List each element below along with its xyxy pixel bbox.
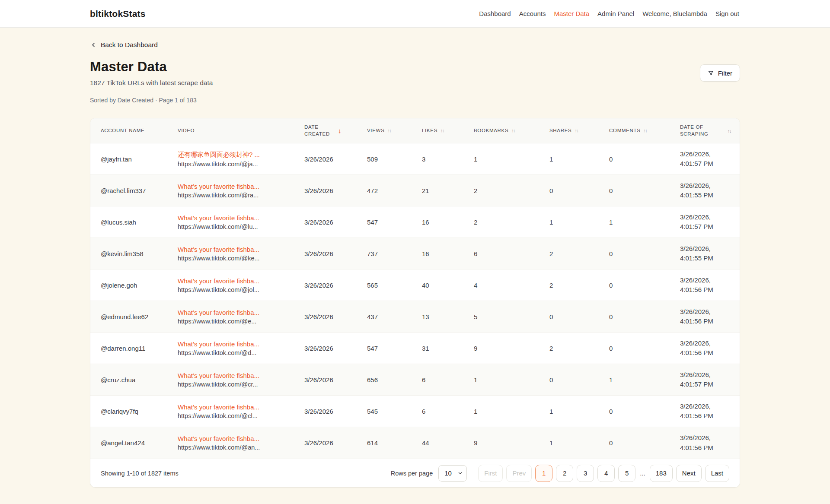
chevron-left-icon — [90, 41, 97, 48]
shares-value: 2 — [549, 282, 553, 289]
page-button-next[interactable]: Next — [676, 465, 702, 482]
views-value: 547 — [367, 219, 378, 226]
shares-value: 1 — [549, 408, 553, 415]
views-value: 656 — [367, 376, 378, 384]
page-title: Master Data — [90, 59, 213, 75]
pagination-controls: FirstPrev12345...183NextLast — [478, 465, 729, 482]
comments-value: 0 — [609, 250, 613, 257]
column-header-date-created[interactable]: DATE CREATED ↓ — [304, 124, 367, 137]
table-row: @lucus.siah What’s your favorite fishba.… — [90, 206, 740, 238]
page-button-1[interactable]: 1 — [535, 465, 552, 482]
views-value: 545 — [367, 408, 378, 415]
nav-item-master-data[interactable]: Master Data — [554, 10, 589, 17]
date-created-value: 3/26/2026 — [304, 250, 333, 257]
column-header-likes[interactable]: LIKES ↑↓ — [422, 127, 474, 134]
date-created-value: 3/26/2026 — [304, 345, 333, 352]
comments-value: 0 — [609, 439, 613, 447]
date-of-scraping-value: 3/26/2026, 4:01:56 PM — [680, 339, 713, 357]
page-button-first: First — [478, 465, 503, 482]
column-header-date-of-scraping[interactable]: DATE OF SCRAPING ↑↓ — [680, 124, 740, 137]
views-value: 565 — [367, 282, 378, 289]
bookmarks-value: 1 — [474, 155, 477, 163]
date-of-scraping-value: 3/26/2026, 4:01:55 PM — [680, 182, 713, 199]
views-value: 509 — [367, 155, 378, 163]
rows-per-page-select[interactable]: 10 — [438, 465, 467, 482]
page-subtitle: 1827 TikTok URLs with latest scrape data — [90, 79, 213, 87]
page-button-4[interactable]: 4 — [597, 465, 615, 482]
bookmarks-value: 1 — [474, 408, 477, 415]
nav-item-dashboard[interactable]: Dashboard — [479, 10, 511, 17]
nav-item-sign-out[interactable]: Sign out — [715, 10, 739, 17]
bookmarks-value: 2 — [474, 219, 477, 226]
comments-value: 0 — [609, 313, 613, 320]
shares-value: 1 — [549, 439, 553, 447]
top-navbar: bltiktokStats DashboardAccountsMaster Da… — [0, 0, 830, 28]
video-title-link[interactable]: What’s your favorite fishba... — [178, 214, 299, 222]
video-url: https://www.tiktok.com/@ja... — [178, 161, 299, 168]
page-button-2[interactable]: 2 — [556, 465, 573, 482]
account-name: @edmund.lee62 — [101, 313, 148, 320]
back-to-dashboard-link[interactable]: Back to Dashboard — [90, 41, 158, 49]
video-title-link[interactable]: What’s your favorite fishba... — [178, 246, 299, 253]
table-body: @jayfri.tan 还有哪家鱼圆面必须封神? ... https://www… — [90, 143, 740, 459]
video-title-link[interactable]: What’s your favorite fishba... — [178, 340, 299, 348]
video-title-link[interactable]: What’s your favorite fishba... — [178, 277, 299, 285]
date-of-scraping-value: 3/26/2026, 4:01:57 PM — [680, 371, 713, 388]
account-name: @lucus.siah — [101, 219, 136, 226]
table-row: @darren.ong11 What’s your favorite fishb… — [90, 333, 740, 364]
likes-value: 13 — [422, 313, 429, 320]
date-of-scraping-value: 3/26/2026, 4:01:56 PM — [680, 403, 713, 420]
date-created-value: 3/26/2026 — [304, 282, 333, 289]
video-title-link[interactable]: What’s your favorite fishba... — [178, 183, 299, 190]
date-of-scraping-value: 3/26/2026, 4:01:55 PM — [680, 245, 713, 262]
page-button-3[interactable]: 3 — [577, 465, 594, 482]
shares-value: 0 — [549, 376, 553, 384]
sort-updown-icon: ↑↓ — [728, 128, 731, 133]
views-value: 737 — [367, 250, 378, 257]
nav-item-admin-panel[interactable]: Admin Panel — [597, 10, 634, 17]
nav-links: DashboardAccountsMaster DataAdmin PanelW… — [479, 10, 739, 17]
video-title-link[interactable]: What’s your favorite fishba... — [178, 435, 299, 442]
account-name: @cruz.chua — [101, 376, 135, 384]
video-title-link[interactable]: What’s your favorite fishba... — [178, 403, 299, 411]
likes-value: 3 — [422, 155, 425, 163]
column-header-shares[interactable]: SHARES ↑↓ — [549, 127, 609, 134]
shares-value: 1 — [549, 155, 553, 163]
nav-item-accounts[interactable]: Accounts — [519, 10, 546, 17]
rows-per-page-dropdown[interactable]: 10 — [439, 466, 466, 481]
video-url: https://www.tiktok.com/@lu... — [178, 223, 299, 230]
shares-value: 2 — [549, 250, 553, 257]
column-header-views[interactable]: VIEWS ↑↓ — [367, 127, 422, 134]
shares-value: 0 — [549, 187, 553, 194]
filter-button[interactable]: Filter — [700, 64, 740, 82]
column-header-video: VIDEO — [178, 127, 304, 134]
table-row: @rachel.lim337 What’s your favorite fish… — [90, 175, 740, 206]
page-button-183[interactable]: 183 — [650, 465, 673, 482]
date-created-value: 3/26/2026 — [304, 219, 333, 226]
page-button-last[interactable]: Last — [705, 465, 729, 482]
date-created-value: 3/26/2026 — [304, 155, 333, 163]
video-title-link[interactable]: 还有哪家鱼圆面必须封神? ... — [178, 151, 299, 159]
video-url: https://www.tiktok.com/@cl... — [178, 412, 299, 419]
likes-value: 16 — [422, 219, 429, 226]
video-title-link[interactable]: What’s your favorite fishba... — [178, 372, 299, 379]
bookmarks-value: 5 — [474, 313, 477, 320]
bookmarks-value: 9 — [474, 439, 477, 447]
likes-value: 44 — [422, 439, 429, 447]
page-button-5[interactable]: 5 — [618, 465, 635, 482]
table-row: @angel.tan424 What’s your favorite fishb… — [90, 427, 740, 459]
shares-value: 0 — [549, 313, 553, 320]
bookmarks-value: 9 — [474, 345, 477, 352]
date-of-scraping-value: 3/26/2026, 4:01:56 PM — [680, 434, 713, 451]
sort-updown-icon: ↑↓ — [644, 128, 647, 133]
video-url: https://www.tiktok.com/@ra... — [178, 192, 299, 199]
video-title-link[interactable]: What’s your favorite fishba... — [178, 309, 299, 316]
comments-value: 0 — [609, 155, 613, 163]
sort-desc-arrow-icon: ↓ — [338, 127, 342, 134]
table-row: @jayfri.tan 还有哪家鱼圆面必须封神? ... https://www… — [90, 143, 740, 175]
column-header-comments[interactable]: COMMENTS ↑↓ — [609, 127, 680, 134]
table-header-row: ACCOUNT NAME VIDEO DATE CREATED ↓ VIEWS … — [90, 118, 740, 143]
bookmarks-value: 1 — [474, 376, 477, 384]
column-header-bookmarks[interactable]: BOOKMARKS ↑↓ — [474, 127, 549, 134]
account-name: @darren.ong11 — [101, 345, 145, 352]
